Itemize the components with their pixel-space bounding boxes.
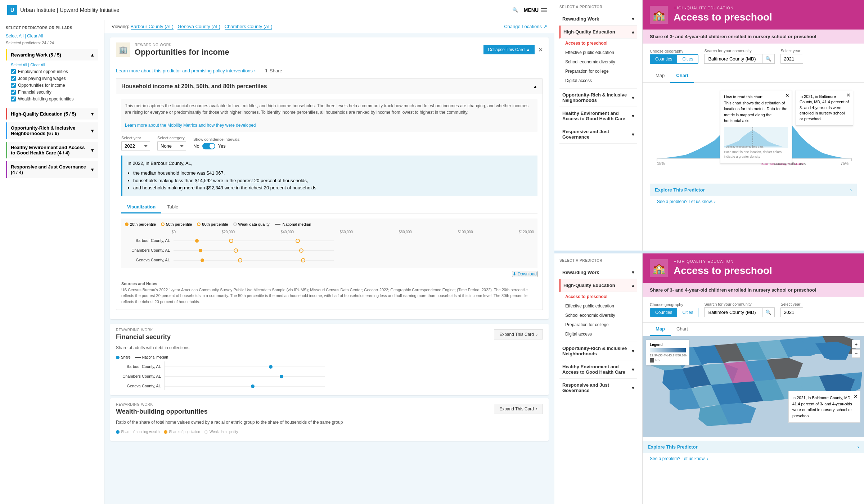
pillar-education: High-Quality Education (5 / 5) ▼ [6,108,98,120]
checkbox-opp-income[interactable] [11,83,16,88]
sub-predictor-diversity-bottom[interactable]: School economic diversity [562,311,637,320]
top-see-problem-link[interactable]: See a problem? Let us know. › [650,196,857,207]
expand-financial-button[interactable]: Expand This Card › [494,329,543,339]
pillar-header-governance[interactable]: Responsive and Just Governance (4 / 4) ▼ [6,161,98,178]
checkbox-jobs-wages[interactable] [11,76,16,81]
bottom-detail-subtitle: Share of 3- and 4-year-old children enro… [643,283,864,297]
main-content: Viewing: Barbour County (AL) Geneva Coun… [104,20,554,504]
card-title-group: REWARDING WORK Opportunities for income [135,43,229,57]
clear-all-rewarding[interactable]: Clear All [30,63,45,67]
predictor-item-rewarding-top[interactable]: Rewarding Work ▾ [559,13,637,26]
share-link[interactable]: ⬆ Share [264,68,282,73]
list-item: Employment opportunities [11,69,98,74]
close-card-button[interactable]: ✕ [538,46,543,53]
top-map-tab[interactable]: Map [650,69,670,83]
map-tooltip-close-icon[interactable]: ✕ [854,393,858,400]
list-item: Jobs paying living wages [11,76,98,81]
pillar-label-neighborhoods: Opportunity-Rich & Inclusive Neighborhoo… [11,125,90,136]
learn-more-metrics-link[interactable]: Learn more about the Mobility Metrics an… [125,123,256,128]
sub-predictor-diversity-top[interactable]: School economic diversity [562,57,637,67]
selected-count: Selected predictors: 24 / 24 [6,41,98,45]
predictor-item-education-top[interactable]: High-Quality Education ▴ [559,26,637,39]
county-link-geneva[interactable]: Geneva County (AL) [177,24,220,30]
left-panel: U Urban Institute | Upward Mobility Init… [0,0,554,504]
pillar-header-rewarding[interactable]: Rewarding Work (5 / 5) ▲ [6,49,98,60]
bottom-search-input[interactable] [705,308,762,317]
predictor-item-neighborhoods-bottom[interactable]: Opportunity-Rich & Inclusive Neighborhoo… [559,342,637,360]
sub-predictor-college-bottom[interactable]: Preparation for college [562,320,637,329]
year-select[interactable]: 2022 [121,141,150,150]
top-search-button[interactable]: 🔍 [762,54,774,63]
top-detail-panel: 🏫 HIGH-QUALITY EDUCATION Access to presc… [643,0,864,251]
menu-button[interactable]: MENU [524,7,547,13]
predictor-item-governance-bottom[interactable]: Responsive and Just Governance ▾ [559,379,637,397]
search-icon[interactable]: 🔍 [512,7,518,13]
bottom-search-button[interactable]: 🔍 [762,308,774,317]
map-controls: + − [852,340,860,358]
how-to-close-icon[interactable]: ✕ [785,92,789,99]
chevron-down-icon: ▾ [632,132,634,137]
download-button[interactable]: ⬇ Download [512,271,537,277]
tab-table[interactable]: Table [161,201,184,213]
top-year-select[interactable]: 2021 [780,54,803,64]
select-all-rewarding[interactable]: Select All [11,63,27,67]
collapse-card-button[interactable]: Collapse This Card ▲ [483,45,535,54]
county-link-chambers[interactable]: Chambers County (AL) [225,24,273,30]
checkbox-employment[interactable] [11,69,16,74]
bottom-map-tab[interactable]: Map [650,323,671,336]
top-explore-predictor-btn[interactable]: Explore This Predictor › [650,184,857,196]
bottom-geo-cities[interactable]: Cities [677,308,698,317]
top-chart-tab[interactable]: Chart [670,69,694,83]
sub-predictor-preschool-top[interactable]: Access to preschool [562,39,637,48]
insight-p20: households making less than $14,592 were… [133,177,532,185]
change-locations-button[interactable]: Change Locations ↗ [504,24,547,29]
bottom-map-tooltip: ✕ In 2021, in Baltimore County, MD, 41.4… [788,391,860,423]
sub-metric-header[interactable]: Household income at 20th, 50th, and 80th… [116,79,543,94]
county-link-barbour[interactable]: Barbour County (AL) [131,24,174,30]
bottom-explore-predictor-btn[interactable]: Explore This Predictor › [643,441,864,453]
sub-predictor-education-top[interactable]: Effective public education [562,48,637,57]
zoom-in-button[interactable]: + [852,340,860,348]
predictor-item-health-top[interactable]: Healthy Environment and Access to Good H… [559,107,637,125]
sub-predictor-college-top[interactable]: Preparation for college [562,67,637,76]
confidence-toggle[interactable] [202,143,215,149]
pillar-items-rewarding: Select All | Clear All Employment opport… [6,60,98,105]
insight-close-icon-top[interactable]: ✕ [846,92,851,99]
category-select[interactable]: None [157,141,186,150]
top-detail-controls: Choose geography Counties Cities Search … [643,44,864,69]
predictor-item-governance-top[interactable]: Responsive and Just Governance ▾ [559,125,637,144]
clear-all-link[interactable]: Clear All [27,33,43,39]
wealth-building-info: REWARDING WORK Wealth-building opportuni… [116,402,208,415]
card-header-left: 🏢 REWARDING WORK Opportunities for incom… [116,42,229,57]
sub-predictor-education-bottom[interactable]: Effective public education [562,301,637,311]
top-geo-counties[interactable]: Counties [650,55,677,63]
predictor-item-rewarding-bottom[interactable]: Rewarding Work ▾ [559,266,637,279]
bottom-year-select[interactable]: 2021 [780,307,803,317]
predictor-item-health-bottom[interactable]: Healthy Environment and Access to Good H… [559,360,637,379]
expand-wealth-button[interactable]: Expand This Card › [494,404,543,414]
right-panel: SELECT A PREDICTOR Rewarding Work ▾ High… [554,0,864,504]
pillar-header-health[interactable]: Healthy Environment and Access to Good H… [6,142,98,158]
zoom-out-button[interactable]: − [852,349,860,358]
pillar-header-neighborhoods[interactable]: Opportunity-Rich & Inclusive Neighborhoo… [6,122,98,139]
bottom-chart-tab[interactable]: Chart [671,323,694,336]
svg-text:Density of locations: Density of locations [726,145,751,148]
tab-visualization[interactable]: Visualization [121,201,161,213]
checkbox-wealth[interactable] [11,96,16,102]
bottom-geo-counties[interactable]: Counties [650,308,677,317]
sub-predictor-digital-top[interactable]: Digital access [562,76,637,85]
sub-predictor-preschool-bottom[interactable]: Access to preschool [562,292,637,301]
sub-predictor-digital-bottom[interactable]: Digital access [562,329,637,339]
top-search-input[interactable] [705,54,762,63]
top-geo-cities[interactable]: Cities [677,55,698,63]
select-all-link[interactable]: Select All [6,33,23,39]
bottom-see-problem-link[interactable]: See a problem? Let us know. › [643,453,864,464]
predictor-item-education-bottom[interactable]: High-Quality Education ▴ [559,279,637,292]
bottom-detail-title: Access to preschool [674,265,772,276]
predictor-item-neighborhoods-top[interactable]: Opportunity-Rich & Inclusive Neighborhoo… [559,89,637,107]
learn-more-link[interactable]: Learn more about this predictor and prom… [116,68,543,73]
pillar-header-education[interactable]: High-Quality Education (5 / 5) ▼ [6,108,98,120]
chevron-right-icon: › [536,332,537,337]
checkbox-financial-security[interactable] [11,90,16,95]
chevron-up-icon-edu-b: ▴ [632,283,634,288]
